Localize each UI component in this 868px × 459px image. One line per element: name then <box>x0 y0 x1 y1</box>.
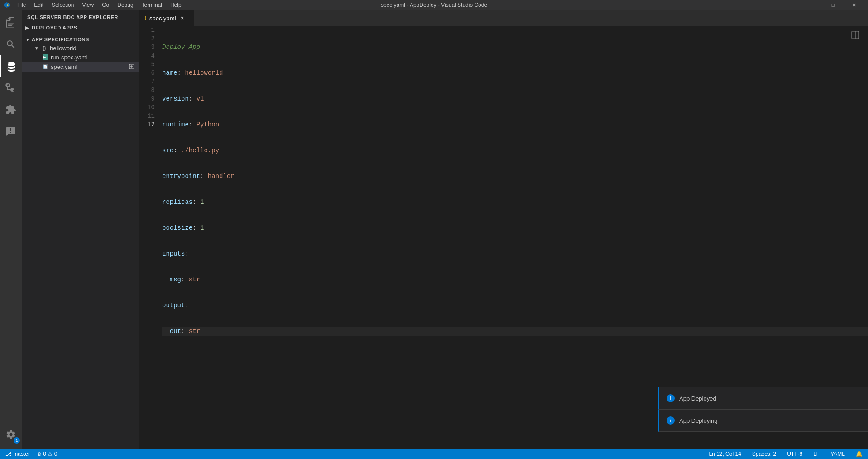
split-editor-button[interactable] <box>850 29 861 40</box>
code-line-4: runtime: Python <box>162 121 868 129</box>
settings-badge: 1 <box>14 437 20 444</box>
activity-item-message[interactable] <box>0 121 22 142</box>
title-bar-left: ⚡ File Edit Selection View Go Debug Term… <box>4 1 185 9</box>
app-icon: ⚡ <box>4 2 10 8</box>
code-line-13 <box>162 353 868 362</box>
status-encoding-text: UTF-8 <box>787 451 802 457</box>
code-content[interactable]: Deploy App name: helloworld version: v1 … <box>162 26 868 379</box>
editor-inner: 1 2 3 4 5 6 7 8 9 10 11 12 Deploy App <box>139 26 868 379</box>
status-eol-text: LF <box>813 451 820 457</box>
notifications-container: i App Deployed i App Deploying <box>658 387 868 432</box>
line-num-12: 12 <box>144 121 155 129</box>
notification-deployed-text: App Deployed <box>679 395 716 402</box>
tab-yaml-icon: ! <box>145 15 147 21</box>
spec-yaml-icon: 📄 <box>42 63 49 70</box>
editor-content[interactable]: 1 2 3 4 5 6 7 8 9 10 11 12 Deploy App <box>139 26 868 449</box>
menu-debug[interactable]: Debug <box>114 1 137 9</box>
line-num-3: 3 <box>144 43 155 52</box>
svg-rect-4 <box>8 25 12 26</box>
deployed-apps-header[interactable]: ▶ DEPLOYED APPS <box>22 24 139 32</box>
code-line-9: inputs: <box>162 250 868 258</box>
status-spaces[interactable]: Spaces: 2 <box>750 449 778 459</box>
line-num-11: 11 <box>144 112 155 121</box>
status-branch[interactable]: ⎇ master <box>4 449 32 459</box>
activity-item-explorer[interactable] <box>0 12 22 34</box>
activity-bar-bottom: 1 <box>0 424 22 445</box>
status-bar-left: ⎇ master ⊗ 0 ⚠ 0 <box>4 449 59 459</box>
app-specs-chevron: ▼ <box>25 37 30 42</box>
status-errors[interactable]: ⊗ 0 ⚠ 0 <box>35 449 59 459</box>
notification-app-deploying[interactable]: i App Deploying <box>658 410 868 432</box>
status-ln-col[interactable]: Ln 12, Col 14 <box>707 449 743 459</box>
line-num-7: 7 <box>144 77 155 86</box>
notification-app-deployed[interactable]: i App Deployed <box>658 387 868 410</box>
code-line-6: entrypoint: handler <box>162 172 868 181</box>
line-num-4: 4 <box>144 52 155 60</box>
tree-item-helloworld[interactable]: ▼ {} helloworld <box>22 43 139 53</box>
deployed-apps-label: DEPLOYED APPS <box>32 25 77 30</box>
svg-text:▶: ▶ <box>43 55 46 59</box>
app-specifications-header[interactable]: ▼ APP SPECIFICATIONS <box>22 35 139 43</box>
tree-item-run-spec[interactable]: ▶ run-spec.yaml <box>22 53 139 62</box>
tab-close-button[interactable]: × <box>179 14 186 22</box>
menu-file[interactable]: File <box>14 1 29 9</box>
activity-item-settings[interactable]: 1 <box>0 424 22 445</box>
svg-rect-2 <box>8 23 14 24</box>
helloworld-folder-label: helloworld <box>50 45 77 52</box>
status-feedback[interactable]: 🔔 <box>854 449 864 459</box>
editor-top-right <box>850 29 861 40</box>
status-spaces-text: Spaces: 2 <box>752 451 776 457</box>
sidebar: SQL SERVER BDC APP EXPLORER ▶ DEPLOYED A… <box>22 10 139 449</box>
line-num-8: 8 <box>144 86 155 95</box>
line-num-5: 5 <box>144 60 155 69</box>
menu-bar: File Edit Selection View Go Debug Termin… <box>14 1 185 9</box>
svg-rect-3 <box>8 24 13 25</box>
status-ln-col-text: Ln 12, Col 14 <box>709 451 741 457</box>
activity-item-search[interactable] <box>0 34 22 55</box>
spec-yaml-actions <box>128 63 136 71</box>
minimize-button[interactable]: ─ <box>802 0 823 10</box>
menu-selection[interactable]: Selection <box>48 1 77 9</box>
line-num-1: 1 <box>144 26 155 34</box>
activity-item-extensions[interactable] <box>0 99 22 121</box>
close-button[interactable]: ✕ <box>844 0 864 10</box>
code-line-7: replicas: 1 <box>162 198 868 207</box>
menu-go[interactable]: Go <box>98 1 113 9</box>
code-line-5: src: ./hello.py <box>162 146 868 155</box>
code-line-1: Deploy App <box>162 43 868 52</box>
code-line-10: msg: str <box>162 275 868 284</box>
app-specifications-label: APP SPECIFICATIONS <box>32 37 89 42</box>
spec-yaml-action-btn[interactable] <box>128 63 136 71</box>
code-line-8: poolsize: 1 <box>162 224 868 232</box>
code-line-3: version: v1 <box>162 95 868 103</box>
menu-terminal[interactable]: Terminal <box>138 1 166 9</box>
window-title: spec.yaml - AppDeploy - Visual Studio Co… <box>381 2 487 8</box>
status-encoding[interactable]: UTF-8 <box>785 449 804 459</box>
status-errors-text: ⊗ 0 ⚠ 0 <box>37 451 57 457</box>
editor-area: ! spec.yaml × 1 2 3 4 5 6 7 8 9 10 <box>139 10 868 449</box>
helloworld-folder-icon: {} <box>41 44 48 52</box>
status-language[interactable]: YAML <box>829 449 847 459</box>
run-spec-label: run-spec.yaml <box>51 54 88 61</box>
deployed-apps-section: ▶ DEPLOYED APPS <box>22 22 139 34</box>
tab-spec-yaml[interactable]: ! spec.yaml × <box>139 10 194 26</box>
tab-filename: spec.yaml <box>149 15 176 22</box>
activity-bar: 1 <box>0 10 22 449</box>
status-eol[interactable]: LF <box>811 449 821 459</box>
activity-item-sql-server[interactable] <box>0 55 22 77</box>
restore-button[interactable]: □ <box>823 0 844 10</box>
status-bar: ⎇ master ⊗ 0 ⚠ 0 Ln 12, Col 14 Spaces: 2… <box>0 449 868 459</box>
helloworld-chevron: ▼ <box>34 46 39 50</box>
menu-help[interactable]: Help <box>167 1 185 9</box>
menu-view[interactable]: View <box>78 1 97 9</box>
svg-point-5 <box>8 62 15 64</box>
activity-item-source-control[interactable] <box>0 77 22 99</box>
notification-deploying-text: App Deploying <box>679 417 718 424</box>
svg-text:📄: 📄 <box>43 64 48 69</box>
status-feedback-icon: 🔔 <box>856 451 863 457</box>
line-numbers: 1 2 3 4 5 6 7 8 9 10 11 12 <box>139 26 162 379</box>
menu-edit[interactable]: Edit <box>30 1 47 9</box>
status-bar-right: Ln 12, Col 14 Spaces: 2 UTF-8 LF YAML 🔔 <box>707 449 864 459</box>
title-bar: ⚡ File Edit Selection View Go Debug Term… <box>0 0 868 10</box>
tree-item-spec-yaml[interactable]: 📄 spec.yaml <box>22 62 139 72</box>
